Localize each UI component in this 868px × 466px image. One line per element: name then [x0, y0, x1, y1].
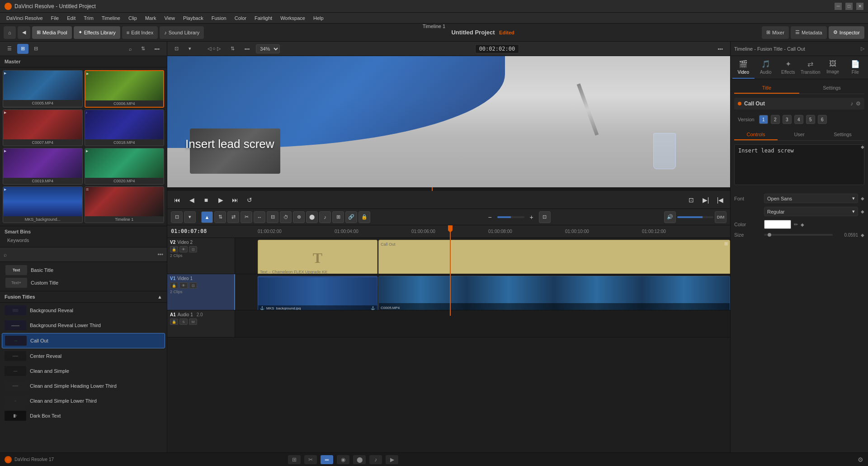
select-tool[interactable]: ▲ — [201, 211, 213, 223]
callout-audio-icon[interactable]: ♪ — [850, 100, 853, 107]
track-v2-camera[interactable]: 👁 — [179, 246, 188, 252]
user-tab[interactable]: User — [778, 129, 821, 140]
style-selector[interactable]: Regular ▾ — [764, 207, 858, 216]
volume-icon[interactable]: 🔊 — [664, 211, 676, 223]
media-item-c0005[interactable]: ▶ C0005.MP4 — [3, 70, 83, 108]
fusion-title-dark-box-text[interactable]: █T Dark Box Text — [2, 409, 165, 423]
color-swatch[interactable] — [764, 220, 791, 229]
fusion-title-callout[interactable]: — Call Out — [2, 333, 165, 348]
play-button[interactable]: ▶ — [214, 194, 227, 206]
keyframe-diamond[interactable]: ◆ — [861, 144, 864, 149]
nav-fusion[interactable]: ◉ — [337, 455, 349, 464]
fusion-title-clean-simple[interactable]: ── Clean and Simple — [2, 364, 165, 378]
zoom-slider[interactable] — [497, 216, 524, 218]
media-pool-button[interactable]: ⊞ Media Pool — [32, 26, 72, 39]
track-a1-solo[interactable]: S — [179, 319, 188, 325]
timeline-view-btn2[interactable]: ▾ — [184, 211, 196, 223]
inspector-button[interactable]: ⚙ Inspector — [829, 26, 864, 39]
home-button[interactable]: ⌂ — [4, 26, 16, 39]
menu-davinci[interactable]: DaVinci Resolve — [3, 14, 47, 22]
minimize-button[interactable]: ─ — [835, 3, 842, 10]
last-frame-button[interactable]: |◀ — [714, 194, 726, 206]
version-4-btn[interactable]: 4 — [794, 115, 803, 124]
inspector-tab-video[interactable]: 🎬 Video — [732, 56, 755, 79]
preview-layout-btn2[interactable]: ▾ — [185, 44, 195, 54]
fullscreen-btn[interactable]: DIM — [715, 211, 726, 223]
inspector-tab-file[interactable]: 📄 File — [844, 56, 867, 79]
menu-mark[interactable]: Mark — [142, 14, 160, 22]
maximize-button[interactable]: □ — [845, 3, 853, 10]
stabilize-tool[interactable]: ⊕ — [293, 211, 305, 223]
timeline-view-button[interactable]: ⊡ — [171, 211, 183, 223]
search-button[interactable]: ⌕ — [125, 44, 136, 54]
font-selector[interactable]: Open Sans ▾ — [764, 194, 858, 203]
version-2-btn[interactable]: 2 — [771, 115, 780, 124]
basic-title-row[interactable]: Text Basic Title — [3, 264, 164, 276]
prev-frame-button[interactable]: ◀ — [185, 194, 198, 206]
zoom-fit-btn[interactable]: ⊡ — [539, 211, 551, 223]
menu-view[interactable]: View — [160, 14, 179, 22]
menu-clip[interactable]: Clip — [125, 14, 141, 22]
inspector-tab-transition[interactable]: ⇄ Transition — [800, 56, 822, 79]
menu-edit[interactable]: Edit — [63, 14, 79, 22]
menu-color[interactable]: Color — [231, 14, 250, 22]
slip-tool[interactable]: ↔ — [254, 211, 265, 223]
style-keyframe-icon[interactable]: ◆ — [861, 209, 864, 214]
preview-progress-bar[interactable] — [167, 187, 730, 191]
menu-fairlight[interactable]: Fairlight — [251, 14, 276, 22]
go-to-end-button[interactable]: ⏭ — [229, 194, 241, 206]
menu-workspace[interactable]: Workspace — [277, 14, 309, 22]
effects-more-button[interactable]: ••• — [157, 252, 163, 258]
close-button[interactable]: ✕ — [856, 3, 863, 10]
callout-settings-icon[interactable]: ⚙ — [856, 100, 861, 107]
mixer-button[interactable]: ⊞ Mixer — [762, 26, 789, 39]
size-keyframe-icon[interactable]: ◆ — [861, 233, 864, 238]
fusion-title-clean-simple-lower[interactable]: ─ Clean and Simple Lower Third — [2, 394, 165, 408]
track-v2-connect[interactable]: ⊡ — [189, 246, 197, 252]
inspector-tab-effects[interactable]: ✦ Effects — [777, 56, 799, 79]
split-view-button[interactable]: ⊡ — [685, 194, 698, 206]
media-item-c0019[interactable]: ▶ C0019.MP4 — [3, 148, 83, 185]
view-list-button[interactable]: ☰ — [4, 44, 15, 54]
viewer-flag[interactable]: ⇅ — [227, 44, 238, 54]
fusion-title-background-reveal[interactable]: ░░░ Background Reveal — [2, 303, 165, 318]
version-1-btn[interactable]: 1 — [759, 115, 768, 124]
preview-layout-btn[interactable]: ⊡ — [171, 44, 182, 54]
color-tool[interactable]: ⬤ — [306, 211, 318, 223]
title-text-input[interactable] — [734, 144, 864, 185]
metadata-button[interactable]: ☰ Metadata — [791, 26, 827, 39]
inspector-tab-audio[interactable]: 🎵 Audio — [755, 56, 777, 79]
color-edit-icon[interactable]: ✏ — [794, 222, 798, 228]
loop-button[interactable]: ↺ — [243, 194, 256, 206]
viewer-more[interactable]: ••• — [241, 44, 254, 54]
nav-cut[interactable]: ✂ — [304, 455, 317, 464]
version-5-btn[interactable]: 5 — [806, 115, 815, 124]
go-to-start-button[interactable]: ⏮ — [171, 194, 184, 206]
stop-button[interactable]: ■ — [200, 194, 212, 206]
fusion-titles-header[interactable]: Fusion Titles ▲ — [0, 291, 167, 303]
fusion-title-background-reveal-lower[interactable]: ▬▬▬ Background Reveal Lower Third — [2, 318, 165, 333]
slide-tool[interactable]: ⊟ — [267, 211, 278, 223]
link-clips-tool[interactable]: 🔗 — [345, 211, 357, 223]
inspector-tab-image[interactable]: 🖼 Image — [822, 56, 844, 79]
zoom-select[interactable]: 34% — [256, 44, 280, 53]
more-button[interactable]: ••• — [151, 44, 163, 54]
track-v2-lock[interactable]: 🔒 — [170, 246, 178, 252]
view-grid-button[interactable]: ⊞ — [17, 44, 28, 54]
version-3-btn[interactable]: 3 — [783, 115, 792, 124]
media-item-c0006[interactable]: ▶ C0006.MP4 — [85, 70, 165, 108]
next-clip-button[interactable]: ▶| — [699, 194, 712, 206]
nav-edit[interactable]: ═ — [321, 455, 333, 464]
media-item-c0020[interactable]: ▶ C0020.MP4 — [85, 148, 165, 185]
menu-file[interactable]: File — [47, 14, 63, 22]
keywords-item[interactable]: Keywords — [5, 236, 162, 244]
volume-slider[interactable] — [677, 216, 713, 218]
nav-fairlight[interactable]: ♪ — [369, 455, 382, 464]
nav-color[interactable]: ⬤ — [353, 455, 366, 464]
zoom-out-btn[interactable]: − — [484, 211, 496, 223]
settings-tab[interactable]: Settings — [799, 83, 864, 94]
menu-timeline[interactable]: Timeline — [98, 14, 124, 22]
custom-title-row[interactable]: Text+ Custom Title — [3, 276, 164, 289]
fusion-title-clean-simple-heading[interactable]: ═══ Clean and Simple Heading Lower Third — [2, 379, 165, 393]
zoom-in-btn[interactable]: + — [526, 211, 538, 223]
